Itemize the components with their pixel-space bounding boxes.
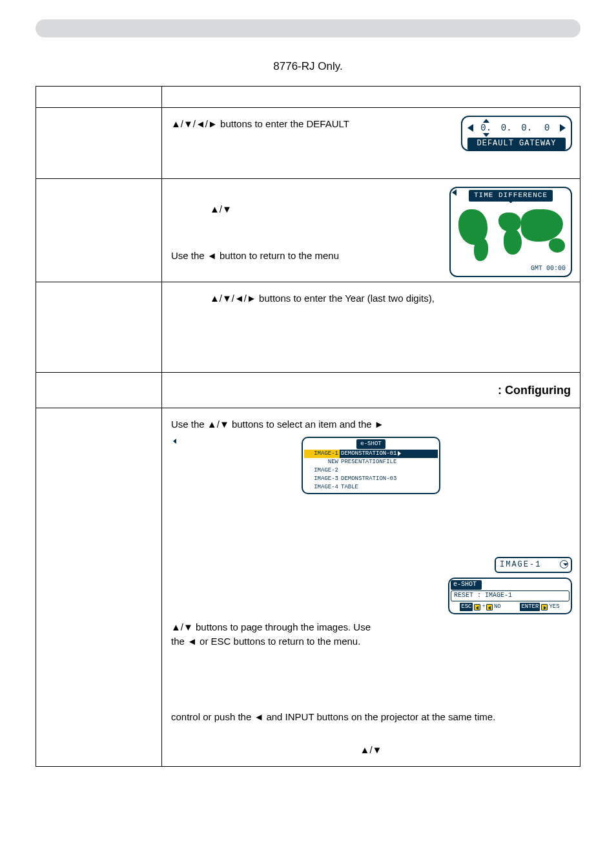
eshot-item-1-left: IMAGE-1 — [304, 450, 340, 458]
eshot-menu[interactable]: e-SHOT IMAGE-1 DEMONSTRATION-01 NEW IMAG… — [302, 437, 440, 494]
eshot-line-bot: control or push the ◄ and INPUT buttons … — [171, 711, 495, 722]
default-gateway-widget[interactable]: 0. 0. 0. 0 DEFAULT GATEWAY — [461, 116, 572, 151]
dg-octet-4: 0 — [544, 123, 549, 133]
date-content-cell: ▲/▼/◄/► buttons to enter the Year (last … — [162, 282, 580, 373]
eshot-line-top: Use the ▲/▼ buttons to select an item an… — [171, 417, 571, 432]
default-gateway-label-cell — [36, 108, 162, 179]
reset-yes-button[interactable]: ENTER YES — [510, 602, 570, 612]
esc-label: ESC — [460, 603, 473, 611]
eshot-item-3-left: IMAGE-3 — [304, 475, 340, 483]
eshot-item-3[interactable]: IMAGE-3 DEMONSTRATION-03 — [304, 475, 438, 483]
eshot-line-mid-a: ▲/▼ buttons to page through the images. … — [171, 621, 371, 632]
enter-label: ENTER — [520, 603, 540, 611]
time-diff-content-cell: ▲/▼ Use the ◄ button to return to the me… — [162, 179, 580, 282]
default-gateway-label: DEFAULT GATEWAY — [467, 138, 566, 150]
triangle-left-icon[interactable] — [452, 189, 457, 196]
eshot-item-2-left: NEW IMAGE-2 — [304, 458, 340, 475]
time-diff-label-cell — [36, 179, 162, 282]
eshot-line-mid-b: the ◄ or ESC buttons to return to the me… — [171, 636, 360, 647]
page-subtitle: 8776-RJ Only. — [36, 60, 580, 73]
triangle-down-icon[interactable] — [483, 133, 489, 137]
triangle-right-icon — [398, 451, 401, 456]
world-map-graphic — [453, 203, 568, 264]
eshot-item-1-right: DEMONSTRATION-01 — [340, 450, 438, 458]
header-left-cell — [36, 87, 162, 108]
reset-no-button[interactable]: ESC + NO — [451, 602, 510, 612]
eshot-menu-title: e-SHOT — [356, 439, 385, 449]
configuring-content-cell: : Configuring — [162, 373, 580, 408]
date-text: ▲/▼/◄/► buttons to enter the Year (last … — [210, 291, 571, 306]
reset-dialog-body: RESET : IMAGE-1 — [451, 590, 570, 602]
eshot-item-4[interactable]: IMAGE-4 TABLE — [304, 483, 438, 492]
triangle-right-icon[interactable] — [560, 124, 566, 132]
triangle-left-icon[interactable] — [467, 124, 473, 132]
triangle-up-icon[interactable] — [483, 119, 489, 123]
eshot-item-4-left: IMAGE-4 — [304, 483, 340, 492]
dg-octet-3: 0. — [521, 123, 532, 133]
left-key-icon — [474, 604, 480, 610]
triangle-left-icon[interactable] — [173, 439, 176, 444]
eshot-label-cell — [36, 408, 162, 767]
plus-char: + — [482, 603, 485, 611]
eshot-item-2[interactable]: NEW IMAGE-2 PRESENTATIONFILE — [304, 458, 438, 475]
date-label-cell — [36, 282, 162, 373]
key-icon — [486, 604, 493, 610]
header-right-cell — [162, 87, 580, 108]
eshot-line-last: ▲/▼ — [360, 744, 382, 755]
eshot-item-3-right: DEMONSTRATION-03 — [340, 475, 438, 483]
eshot-content-cell: Use the ▲/▼ buttons to select an item an… — [162, 408, 580, 767]
eshot-item-1[interactable]: IMAGE-1 DEMONSTRATION-01 — [304, 450, 438, 458]
default-gateway-text: ▲/▼/◄/► buttons to enter the DEFAULT — [171, 118, 349, 129]
spinner-icon — [560, 560, 568, 568]
instruction-table: ▲/▼/◄/► buttons to enter the DEFAULT 0. … — [36, 86, 580, 767]
header-band — [36, 19, 580, 37]
reset-dialog-title: e-SHOT — [451, 580, 482, 590]
gmt-label: GMT 00:00 — [453, 264, 568, 275]
dg-octet-2: 0. — [501, 123, 512, 133]
yes-text: YES — [549, 603, 559, 611]
image-1-badge-text: IMAGE-1 — [500, 560, 541, 569]
right-key-icon — [541, 604, 548, 610]
image-1-badge: IMAGE-1 — [495, 557, 572, 573]
time-difference-widget[interactable]: TIME DIFFERENCE GMT 00:00 — [449, 187, 572, 277]
configuring-label-cell — [36, 373, 162, 408]
default-gateway-content-cell: ▲/▼/◄/► buttons to enter the DEFAULT 0. … — [162, 108, 580, 179]
reset-dialog[interactable]: e-SHOT RESET : IMAGE-1 ESC + NO ENTER YE… — [448, 578, 572, 614]
eshot-item-2-right: PRESENTATIONFILE — [340, 458, 438, 475]
eshot-item-4-right: TABLE — [340, 483, 438, 492]
dg-octet-1: 0. — [480, 123, 491, 133]
no-text: NO — [494, 603, 501, 611]
